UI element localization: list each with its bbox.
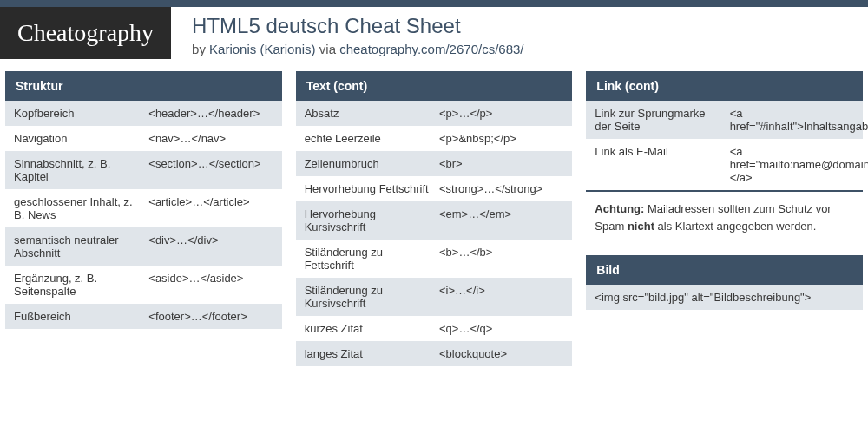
site-logo[interactable]: Cheatography — [0, 7, 171, 59]
table-row: Fußbereich<footer>…</footer> — [5, 304, 282, 329]
byline: by Karionis (Karionis) via cheatography.… — [192, 42, 523, 56]
cell-label: semantisch neutraler Abschnitt — [14, 233, 148, 260]
cell-code: <section>…</section> — [148, 157, 273, 183]
cell-label: echte Leerzeile — [305, 132, 439, 145]
cheat-box: Bild<img src="bild.jpg" alt="Bildbeschre… — [586, 255, 863, 310]
via-label: via — [316, 42, 340, 56]
cell-code: <p>…</p> — [439, 107, 563, 120]
header: Cheatography HTML5 deutsch Cheat Sheet b… — [0, 7, 868, 71]
cell-label: Navigation — [14, 132, 148, 145]
cell-code: <b>…</b> — [439, 246, 563, 272]
table-row: Link zur Sprungmarke der Seite<a href="#… — [586, 101, 863, 139]
top-accent-bar — [0, 0, 868, 7]
by-label: by — [192, 42, 209, 56]
table-row: Link als E-Mail<a href="mailto:name@doma… — [586, 139, 863, 190]
cell-label: Zeilenumbruch — [305, 157, 439, 170]
box-header: Text (cont) — [296, 71, 573, 101]
table-row: langes Zitat<blockquote> — [296, 341, 573, 366]
table-row: Ergänzung, z. B. Seitenspalte<aside>…</a… — [5, 266, 282, 304]
cell-code: <div>…</div> — [148, 233, 273, 260]
cheat-box: StrukturKopfbereich<header>…</header>Nav… — [5, 71, 282, 329]
cell-code: <nav>…</nav> — [148, 132, 273, 145]
cell-label: Absatz — [305, 107, 439, 120]
cell-full: <img src="bild.jpg" alt="Bildbeschreibun… — [595, 291, 854, 304]
cell-label: Hervorhebung Fettschrift — [305, 182, 439, 195]
title-block: HTML5 deutsch Cheat Sheet by Karionis (K… — [192, 7, 523, 56]
page-title: HTML5 deutsch Cheat Sheet — [192, 14, 523, 38]
column-1: StrukturKopfbereich<header>…</header>Nav… — [5, 71, 282, 377]
cell-code: <em>…</em> — [439, 207, 563, 233]
cell-code: <aside>…</aside> — [148, 272, 273, 298]
column-2: Text (cont)Absatz<p>…</p>echte Leerzeile… — [296, 71, 573, 377]
cheat-box: Text (cont)Absatz<p>…</p>echte Leerzeile… — [296, 71, 573, 366]
author-link[interactable]: Karionis (Karionis) — [209, 42, 316, 56]
table-row: Stiländerung zu Kursivschrift<i>…</i> — [296, 278, 573, 316]
source-link[interactable]: cheatography.com/2670/cs/683/ — [339, 42, 523, 56]
cell-code: <q>…</q> — [439, 322, 563, 335]
cell-label: Stiländerung zu Kursivschrift — [305, 284, 439, 310]
table-row: echte Leerzeile<p>&nbsp;</p> — [296, 126, 573, 151]
cell-label: Ergänzung, z. B. Seitenspalte — [14, 272, 148, 298]
cell-label: Stiländerung zu Fettschrift — [305, 246, 439, 272]
table-row: semantisch neutraler Abschnitt<div>…</di… — [5, 227, 282, 266]
table-row: Sinnabschnitt, z. B. Kapitel<section>…</… — [5, 151, 282, 189]
cell-code: <a href="#inhalt">Inhaltsangabe</a> — [730, 107, 868, 133]
cell-code: <blockquote> — [439, 347, 563, 360]
box-body: <img src="bild.jpg" alt="Bildbeschreibun… — [586, 285, 863, 310]
cell-code: <strong>…</strong> — [439, 182, 563, 195]
cell-code: <i>…</i> — [439, 284, 563, 310]
cell-label: Sinnabschnitt, z. B. Kapitel — [14, 157, 148, 183]
table-row: Hervorhebung Fettschrift<strong>…</stron… — [296, 176, 573, 201]
table-row: Hervorhebung Kursivschrift<em>…</em> — [296, 201, 573, 240]
box-body: Link zur Sprungmarke der Seite<a href="#… — [586, 101, 863, 190]
box-header: Link (cont) — [586, 71, 863, 101]
table-row: Navigation<nav>…</nav> — [5, 126, 282, 151]
table-row: Zeilenumbruch<br> — [296, 151, 573, 176]
cell-code: <footer>…</footer> — [148, 310, 273, 323]
table-row: Stiländerung zu Fettschrift<b>…</b> — [296, 240, 573, 278]
cell-label: Link als E-Mail — [595, 145, 729, 184]
table-row: kurzes Zitat<q>…</q> — [296, 316, 573, 341]
cell-code: <header>…</header> — [148, 107, 273, 120]
cell-label: Fußbereich — [14, 310, 148, 323]
cell-code: <p>&nbsp;</p> — [439, 132, 563, 145]
table-row: <img src="bild.jpg" alt="Bildbeschreibun… — [586, 285, 863, 310]
cheat-box: Link (cont)Link zur Sprungmarke der Seit… — [586, 71, 863, 245]
cell-label: langes Zitat — [305, 347, 439, 360]
box-body: Kopfbereich<header>…</header>Navigation<… — [5, 101, 282, 329]
table-row: Absatz<p>…</p> — [296, 101, 573, 126]
cell-code: <br> — [439, 157, 563, 170]
box-header: Bild — [586, 255, 863, 285]
cell-label: geschlossener Inhalt, z. B. News — [14, 195, 148, 221]
table-row: Kopfbereich<header>…</header> — [5, 101, 282, 126]
box-header: Struktur — [5, 71, 282, 101]
column-3: Link (cont)Link zur Sprungmarke der Seit… — [586, 71, 863, 377]
cell-code: <a href="mailto:name@domain.de"></a> — [730, 145, 868, 184]
box-note: Achtung: Mailadressen sollten zum Schutz… — [586, 190, 863, 245]
cell-label: Hervorhebung Kursivschrift — [305, 207, 439, 233]
cell-label: Kopfbereich — [14, 107, 148, 120]
cell-code: <article>…</article> — [148, 195, 273, 221]
box-body: Absatz<p>…</p>echte Leerzeile<p>&nbsp;</… — [296, 101, 573, 366]
cell-label: Link zur Sprungmarke der Seite — [595, 107, 729, 133]
cell-label: kurzes Zitat — [305, 322, 439, 335]
columns: StrukturKopfbereich<header>…</header>Nav… — [0, 71, 868, 377]
table-row: geschlossener Inhalt, z. B. News<article… — [5, 189, 282, 227]
